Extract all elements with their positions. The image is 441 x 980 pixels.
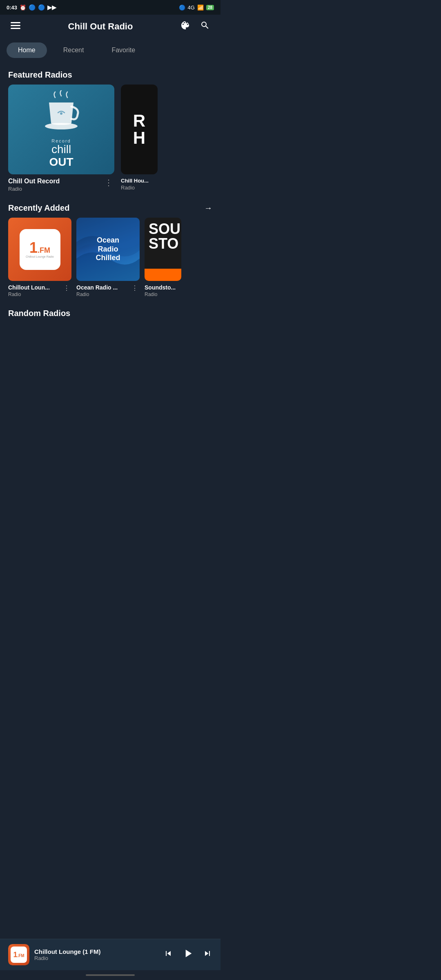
signal-icon: 📶 — [197, 4, 204, 11]
bluetooth-icon: 🔵 — [179, 4, 185, 11]
network-icon: 4G — [188, 4, 195, 11]
recent-card-chillout-lounge[interactable]: 1 .FM Chillout Lounge Radio Chillout Lou… — [8, 218, 71, 297]
recent-card-type-soundstore: Radio — [145, 292, 181, 297]
status-time: 0:43 — [7, 4, 17, 11]
featured-section-header: Featured Radios — [0, 64, 220, 85]
featured-card-name-chillout-record: Chill Out Record — [8, 178, 60, 185]
featured-radios-scroll[interactable]: Record chill OUT Chill Out Record Radio … — [0, 85, 220, 197]
top-bar: Chill Out Radio — [0, 15, 220, 38]
featured-card-chill-house[interactable]: RH Chill Hou... Radio — [121, 85, 158, 192]
page-title: Chill Out Radio — [23, 21, 178, 32]
recent-card-type-fm1: Radio — [8, 292, 62, 297]
recent-card-image-fm1: 1 .FM Chillout Lounge Radio — [8, 218, 71, 281]
tab-favorite[interactable]: Favorite — [100, 42, 147, 58]
recent-card-image-ocean: OceanRadioChilled — [76, 218, 140, 281]
tab-navigation: Home Recent Favorite — [0, 38, 220, 64]
svg-point-4 — [60, 112, 62, 115]
recent-card-name-fm1: Chillout Loun... — [8, 284, 62, 291]
svg-rect-1 — [11, 25, 20, 26]
app-icon-2: 🔵 — [38, 4, 45, 11]
featured-card-image-chill-house: RH — [121, 85, 158, 174]
recent-card-ocean-radio[interactable]: OceanRadioChilled Ocean Radio ... Radio … — [76, 218, 140, 297]
recent-card-info-soundstore: Soundsto... Radio — [145, 284, 181, 297]
featured-card-more-chillout-record[interactable]: ⋮ — [103, 178, 114, 187]
battery-level: 28 — [206, 5, 214, 10]
recently-section-header: Recently Added → — [0, 197, 220, 218]
tab-recent[interactable]: Recent — [52, 42, 96, 58]
featured-section-title: Featured Radios — [8, 70, 72, 80]
recent-card-type-ocean: Radio — [76, 292, 130, 297]
app-icon-1: 🔵 — [29, 4, 36, 11]
random-section-header: Random Radios — [0, 302, 220, 323]
featured-card-chillout-record[interactable]: Record chill OUT Chill Out Record Radio … — [8, 85, 114, 192]
palette-button[interactable] — [178, 20, 193, 33]
status-bar: 0:43 ⏰ 🔵 🔵 ▶▶ 🔵 4G 📶 28 — [0, 0, 220, 15]
featured-card-type-chillout-record: Radio — [8, 186, 60, 192]
recent-card-more-fm1[interactable]: ⋮ — [62, 284, 71, 292]
recent-card-info-ocean: Ocean Radio ... Radio ⋮ — [76, 284, 140, 297]
featured-card-name-chill-house: Chill Hou... — [121, 178, 158, 184]
random-section-title: Random Radios — [8, 309, 70, 318]
status-right: 🔵 4G 📶 28 — [179, 4, 214, 11]
featured-card-info-chillout-record: Chill Out Record Radio ⋮ — [8, 178, 114, 192]
featured-card-type-chill-house: Radio — [121, 185, 158, 191]
search-button[interactable] — [198, 20, 212, 33]
recent-card-image-soundstore: SOUSTO — [145, 218, 181, 281]
tab-home[interactable]: Home — [7, 42, 47, 58]
featured-card-image-chillout-record: Record chill OUT — [8, 85, 114, 174]
main-content: Featured Radios — [0, 64, 220, 388]
app-icon-3: ▶▶ — [47, 4, 56, 11]
recent-card-soundstore[interactable]: SOUSTO Soundsto... Radio — [145, 218, 181, 297]
recent-card-name-soundstore: Soundsto... — [145, 284, 181, 291]
recently-arrow-button[interactable]: → — [204, 203, 212, 213]
recently-added-scroll[interactable]: 1 .FM Chillout Lounge Radio Chillout Lou… — [0, 218, 220, 302]
recent-card-more-ocean[interactable]: ⋮ — [130, 284, 140, 292]
svg-point-3 — [45, 123, 78, 129]
svg-rect-0 — [11, 22, 20, 23]
svg-rect-2 — [11, 28, 20, 29]
alarm-icon: ⏰ — [20, 4, 26, 11]
recent-card-name-ocean: Ocean Radio ... — [76, 284, 130, 291]
recent-card-info-fm1: Chillout Loun... Radio ⋮ — [8, 284, 71, 297]
status-left: 0:43 ⏰ 🔵 🔵 ▶▶ — [7, 4, 56, 11]
recently-section-title: Recently Added — [8, 203, 69, 213]
menu-button[interactable] — [8, 22, 23, 31]
